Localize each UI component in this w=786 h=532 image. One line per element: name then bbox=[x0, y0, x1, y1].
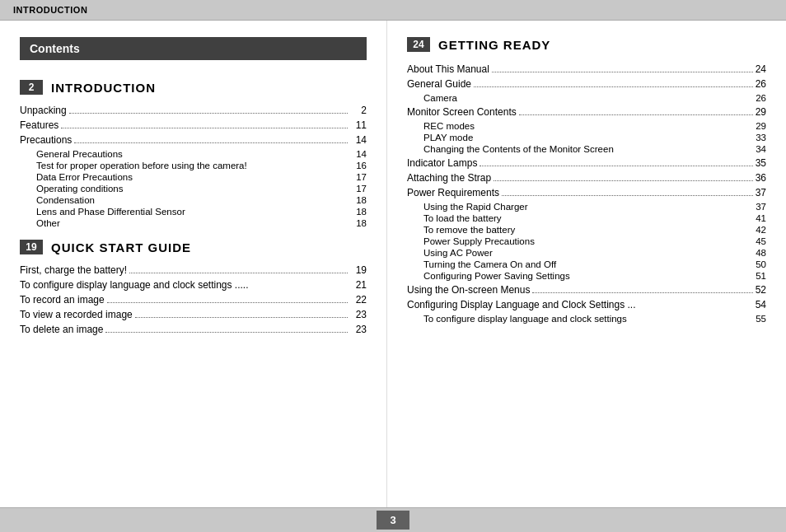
toc-page: 21 bbox=[350, 279, 367, 291]
page-number: 3 bbox=[377, 511, 409, 530]
sub-entry-operating: Operating conditions 17 bbox=[36, 184, 367, 194]
top-bar-label: INTRODUCTION bbox=[13, 5, 87, 15]
sub-entry-text: Configuring Power Saving Settings bbox=[423, 271, 570, 281]
sub-entry-page: 18 bbox=[350, 207, 367, 217]
sub-entry-page: 26 bbox=[756, 93, 766, 103]
sub-entry-text: Lens and Phase Differential Sensor bbox=[36, 207, 350, 217]
quick-section-title: QUICK START GUIDE bbox=[51, 240, 191, 254]
right-column: 24 GETTING READY About This Manual 24 Ge… bbox=[387, 21, 786, 507]
toc-page: 24 bbox=[756, 63, 766, 75]
sub-entry-power-saving: Configuring Power Saving Settings 51 bbox=[423, 271, 766, 281]
sub-entry-text: To configure display language and clock … bbox=[423, 314, 627, 324]
toc-entry-delete: To delete an image 23 bbox=[20, 324, 367, 335]
sub-entries-config: To configure display language and clock … bbox=[423, 314, 766, 324]
sub-entry-camera: Camera 26 bbox=[423, 93, 766, 103]
page-content: Contents 2 INTRODUCTION Unpacking 2 Feat… bbox=[0, 21, 786, 507]
toc-dots bbox=[129, 264, 348, 273]
toc-dots bbox=[474, 78, 753, 87]
toc-entry-charge: First, charge the battery! 19 bbox=[20, 264, 367, 276]
toc-page: 14 bbox=[350, 134, 367, 146]
toc-page: 11 bbox=[350, 119, 367, 131]
sub-entry-power-supply-precautions: Power Supply Precautions 45 bbox=[423, 236, 766, 246]
sub-entry-rapid-charger: Using the Rapid Charger 37 bbox=[423, 202, 766, 212]
toc-page: 23 bbox=[350, 309, 367, 320]
sub-entry-page: 29 bbox=[756, 121, 766, 131]
sub-entry-text: PLAY mode bbox=[423, 133, 473, 142]
sub-entry-text: REC modes bbox=[423, 121, 475, 131]
toc-monitor: Monitor Screen Contents 29 bbox=[407, 106, 766, 118]
sub-entries-monitor: REC modes 29 PLAY mode 33 Changing the C… bbox=[423, 121, 766, 154]
toc-dots bbox=[532, 284, 752, 293]
sub-entry-page: 17 bbox=[350, 184, 367, 194]
toc-page: 23 bbox=[350, 324, 367, 335]
toc-general-guide: General Guide 26 bbox=[407, 78, 766, 90]
toc-page: 26 bbox=[756, 78, 766, 90]
sub-entry-page: 17 bbox=[350, 172, 367, 182]
toc-text: To record an image bbox=[20, 294, 105, 306]
sub-entry-page: 34 bbox=[756, 144, 766, 154]
sub-entry-rec-modes: REC modes 29 bbox=[423, 121, 766, 131]
sub-entry-text: Other bbox=[36, 218, 350, 228]
sub-entry-page: 42 bbox=[756, 225, 766, 235]
toc-entry-features: Features 11 bbox=[20, 119, 367, 131]
sub-entry-remove-battery: To remove the battery 42 bbox=[423, 225, 766, 235]
toc-dots bbox=[494, 172, 753, 181]
sub-entry-play-mode: PLAY mode 33 bbox=[423, 133, 766, 142]
toc-page: 29 bbox=[756, 106, 766, 118]
bottom-bar: 3 bbox=[0, 507, 786, 532]
sub-entry-page: 37 bbox=[756, 202, 766, 212]
toc-text: Power Requirements bbox=[407, 187, 499, 198]
toc-dots bbox=[107, 294, 348, 303]
quick-section-number: 19 bbox=[20, 240, 43, 254]
toc-dots bbox=[61, 119, 348, 128]
sub-entry-turning-camera: Turning the Camera On and Off 50 bbox=[423, 259, 766, 269]
toc-page: 22 bbox=[350, 294, 367, 306]
contents-header: Contents bbox=[20, 37, 367, 60]
toc-text: Indicator Lamps bbox=[407, 157, 477, 169]
intro-section-number: 2 bbox=[20, 80, 43, 95]
toc-page: 52 bbox=[756, 284, 766, 296]
sub-entry-page: 18 bbox=[350, 195, 367, 205]
toc-text: Monitor Screen Contents bbox=[407, 106, 517, 118]
sub-entry-text: Operating conditions bbox=[36, 184, 350, 194]
sub-entry-page: 16 bbox=[350, 161, 367, 170]
toc-dots bbox=[105, 324, 348, 333]
sub-entry-other: Other 18 bbox=[36, 218, 367, 228]
toc-text: Unpacking bbox=[20, 105, 67, 116]
quick-section-header: 19 QUICK START GUIDE bbox=[20, 240, 367, 254]
toc-page: 37 bbox=[756, 187, 766, 198]
toc-text: General Guide bbox=[407, 78, 471, 90]
sub-entry-text: Using AC Power bbox=[423, 248, 493, 258]
sub-entry-text: To load the battery bbox=[423, 213, 502, 223]
sub-entries-general-guide: Camera 26 bbox=[423, 93, 766, 103]
intro-section-title: INTRODUCTION bbox=[51, 81, 156, 95]
sub-entry-page: 41 bbox=[756, 213, 766, 223]
right-section-number: 24 bbox=[407, 37, 430, 52]
toc-dots bbox=[480, 157, 752, 166]
sub-entry-text: To remove the battery bbox=[423, 225, 515, 235]
sub-entry-test: Test for proper operation before using t… bbox=[36, 161, 367, 170]
toc-text: Using the On-screen Menus bbox=[407, 284, 530, 296]
sub-entry-page: 33 bbox=[756, 133, 766, 142]
right-section-title: GETTING READY bbox=[438, 38, 550, 52]
sub-entry-page: 51 bbox=[756, 271, 766, 281]
sub-entry-text: Test for proper operation before using t… bbox=[36, 161, 350, 170]
sub-entry-page: 55 bbox=[756, 314, 766, 324]
toc-strap: Attaching the Strap 36 bbox=[407, 172, 766, 184]
right-section-header: 24 GETTING READY bbox=[407, 37, 766, 52]
sub-entry-text: General Precautions bbox=[36, 149, 350, 159]
toc-dots bbox=[74, 134, 348, 143]
toc-entry-unpacking: Unpacking 2 bbox=[20, 105, 367, 116]
sub-entry-text: Power Supply Precautions bbox=[423, 236, 535, 246]
sub-entry-text: Changing the Contents of the Monitor Scr… bbox=[423, 144, 614, 154]
toc-text: Precautions bbox=[20, 134, 72, 146]
toc-text: To view a recorded image bbox=[20, 309, 133, 320]
intro-section-header: 2 INTRODUCTION bbox=[20, 80, 367, 95]
contents-label: Contents bbox=[30, 42, 80, 55]
sub-entry-page: 50 bbox=[756, 259, 766, 269]
toc-page: 19 bbox=[350, 264, 367, 276]
sub-entry-data-error: Data Error Precautions 17 bbox=[36, 172, 367, 182]
toc-text: To delete an image bbox=[20, 324, 103, 335]
toc-text: Attaching the Strap bbox=[407, 172, 491, 184]
sub-entry-lens: Lens and Phase Differential Sensor 18 bbox=[36, 207, 367, 217]
